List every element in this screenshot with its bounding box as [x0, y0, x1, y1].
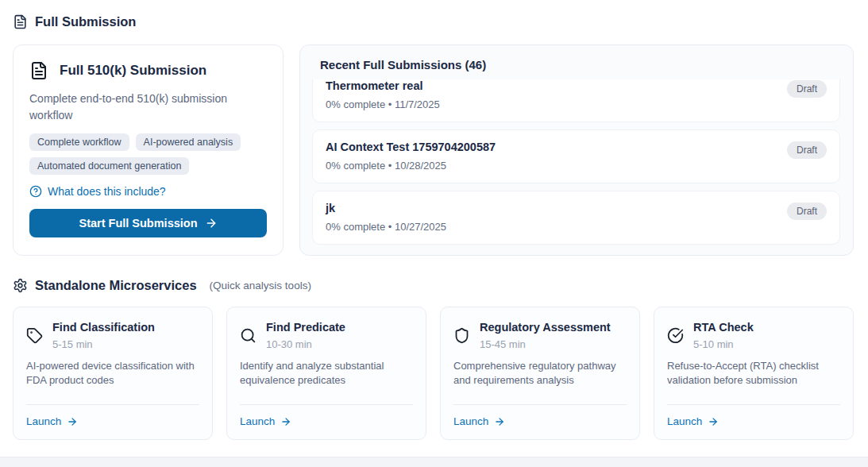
recent-submission-row[interactable]: jk 0% complete • 10/27/2025 Draft [312, 191, 840, 245]
page-header: Full Submission [13, 14, 854, 29]
recent-item-text: jk 0% complete • 10/27/2025 [326, 202, 446, 233]
tag-icon [26, 327, 43, 344]
top-row: Full 510(k) Submission Complete end-to-e… [13, 44, 854, 256]
tag-ai-powered-analysis: AI-powered analysis [136, 133, 241, 151]
help-link-label: What does this include? [48, 185, 166, 198]
submission-name: jk [326, 202, 446, 214]
card-duration: 5-10 min [693, 338, 754, 350]
file-text-icon [13, 14, 28, 29]
card-description: Identify and analyze substantial equival… [240, 359, 413, 398]
regulatory-assessment-card: Regulatory Assessment 15-45 min Comprehe… [440, 307, 640, 440]
card-header: RTA Check 5-10 min [667, 321, 840, 350]
launch-label: Launch [240, 415, 275, 427]
file-text-icon [29, 61, 48, 80]
shield-icon [453, 327, 470, 344]
check-circle-icon [667, 327, 684, 344]
what-does-this-include-link[interactable]: What does this include? [29, 185, 166, 198]
card-description: Comprehensive regulatory pathway and req… [453, 359, 627, 398]
rta-check-card: RTA Check 5-10 min Refuse-to-Accept (RTA… [654, 307, 854, 440]
full-card-header: Full 510(k) Submission [29, 61, 267, 80]
status-badge: Draft [787, 80, 827, 98]
full-card-description: Complete end-to-end 510(k) submission wo… [29, 91, 267, 123]
full-submission-card: Full 510(k) Submission Complete end-to-e… [13, 44, 284, 256]
recent-item-text: AI Context Test 1759704200587 0% complet… [326, 141, 496, 172]
card-header-text: Find Classification 5-15 min [52, 321, 155, 350]
submission-meta: 0% complete • 10/28/2025 [326, 160, 496, 172]
divider [240, 404, 413, 405]
page: Full Submission Full 510(k) Submission C… [0, 0, 868, 440]
card-title: RTA Check [693, 321, 754, 334]
submission-name: Thermometer real [326, 79, 440, 92]
status-badge: Draft [787, 203, 827, 220]
launch-label: Launch [667, 415, 702, 427]
full-card-tags: Complete workflow AI-powered analysis Au… [29, 133, 267, 175]
recent-item-text: Thermometer real 0% complete • 11/7/2025 [326, 79, 440, 110]
recent-submissions-list[interactable]: Thermometer real 0% complete • 11/7/2025… [312, 79, 840, 246]
status-badge: Draft [787, 141, 827, 159]
card-duration: 15-45 min [480, 338, 611, 350]
arrow-right-icon [280, 416, 291, 427]
card-header: Find Classification 5-15 min [26, 321, 199, 350]
card-title: Find Predicate [266, 321, 345, 334]
card-header-text: Regulatory Assessment 15-45 min [480, 321, 611, 350]
microservices-title: Standalone Microservices [35, 278, 197, 293]
cta-label: Start Full Submission [79, 217, 197, 230]
submission-meta: 0% complete • 11/7/2025 [326, 98, 440, 110]
divider [453, 404, 627, 405]
card-header: Find Predicate 10-30 min [240, 321, 413, 350]
launch-find-classification-link[interactable]: Launch [26, 415, 199, 427]
card-title: Regulatory Assessment [480, 321, 611, 334]
submission-name: AI Context Test 1759704200587 [326, 141, 496, 153]
recent-submission-row[interactable]: Thermometer real 0% complete • 11/7/2025… [312, 79, 840, 122]
launch-find-predicate-link[interactable]: Launch [240, 415, 413, 427]
full-card-title: Full 510(k) Submission [60, 63, 206, 79]
page-title: Full Submission [35, 14, 136, 29]
card-title: Find Classification [52, 321, 155, 334]
card-header-text: RTA Check 5-10 min [693, 321, 754, 350]
arrow-right-icon [494, 416, 505, 427]
microservices-subtitle: (Quick analysis tools) [210, 280, 311, 291]
arrow-right-icon [205, 217, 218, 230]
help-circle-icon [29, 185, 42, 198]
start-full-submission-button[interactable]: Start Full Submission [29, 209, 267, 237]
launch-label: Launch [26, 415, 61, 427]
recent-submissions-panel: Recent Full Submissions (46) Thermometer… [299, 44, 854, 256]
card-duration: 5-15 min [52, 338, 155, 350]
search-icon [240, 327, 257, 344]
recent-submission-row[interactable]: AI Context Test 1759704200587 0% complet… [312, 129, 840, 183]
arrow-right-icon [708, 416, 719, 427]
launch-regulatory-assessment-link[interactable]: Launch [453, 415, 627, 427]
card-duration: 10-30 min [266, 338, 345, 350]
find-classification-card: Find Classification 5-15 min AI-powered … [13, 307, 213, 440]
arrow-right-icon [67, 416, 78, 427]
find-predicate-card: Find Predicate 10-30 min Identify and an… [226, 307, 426, 440]
launch-label: Launch [453, 415, 488, 427]
submission-meta: 0% complete • 10/27/2025 [326, 221, 446, 233]
tag-automated-doc-generation: Automated document generation [29, 157, 189, 175]
card-description: AI-powered device classification with FD… [26, 359, 199, 398]
card-header-text: Find Predicate 10-30 min [266, 321, 345, 350]
next-section-edge [0, 457, 868, 467]
launch-rta-check-link[interactable]: Launch [667, 415, 840, 427]
card-description: Refuse-to-Accept (RTA) checklist validat… [667, 359, 840, 398]
card-header: Regulatory Assessment 15-45 min [453, 321, 627, 350]
tag-complete-workflow: Complete workflow [29, 133, 129, 151]
divider [667, 404, 840, 405]
microservices-row: Find Classification 5-15 min AI-powered … [13, 307, 854, 440]
recent-submissions-title: Recent Full Submissions (46) [312, 58, 840, 71]
microservices-section-header: Standalone Microservices (Quick analysis… [13, 278, 854, 293]
gear-icon [13, 278, 28, 293]
divider [26, 404, 199, 405]
